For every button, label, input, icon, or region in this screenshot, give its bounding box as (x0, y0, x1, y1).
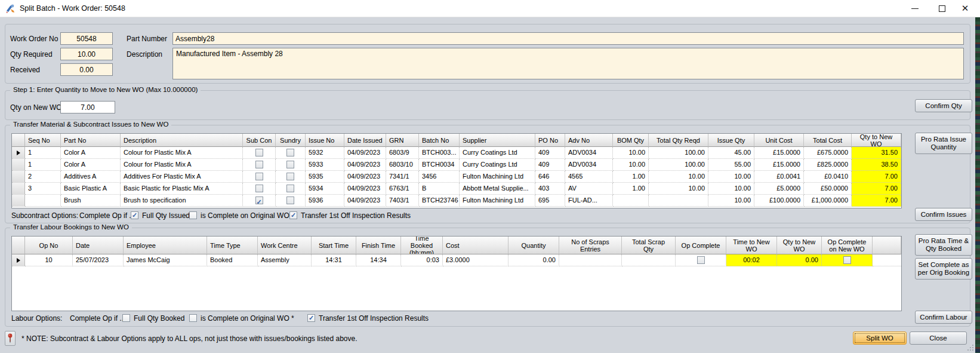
cell-bom-qty[interactable]: 10.00 (613, 159, 649, 171)
cell-qty-to-new-wo[interactable]: 7.00 (852, 183, 901, 195)
cell-total-cost[interactable]: £1,000.0000 (804, 195, 852, 207)
cell-grn[interactable]: 6803/10 (386, 159, 419, 171)
column-header-quantity[interactable]: Quantity (509, 237, 559, 254)
cell-qty-to-new-wo[interactable]: 0.00 (777, 254, 822, 266)
sub-con-checkbox[interactable] (255, 161, 263, 168)
cell-total-cost[interactable]: £50.0000 (804, 183, 852, 195)
cell-grn[interactable]: 6763/1 (386, 183, 419, 195)
column-header-start-time[interactable]: Start Time (312, 237, 356, 254)
cell-seq-no[interactable] (25, 195, 61, 207)
cell-sub-con[interactable] (243, 183, 276, 195)
qty-on-new-wo-field[interactable] (60, 101, 115, 113)
column-header-unit-cost[interactable]: Unit Cost (754, 134, 804, 147)
column-header-date[interactable]: Date (73, 237, 124, 254)
cell-unit-cost[interactable]: £100.0000 (754, 195, 804, 207)
cell-part-no[interactable]: Color A (61, 147, 121, 159)
cell-unit-cost[interactable]: £15.0000 (754, 147, 804, 159)
cell-issue-qty[interactable]: 10.00 (708, 171, 754, 183)
column-header-op-complete[interactable]: Op Complete (676, 237, 726, 254)
cell-supplier[interactable]: Abbott Metal Supplie... (460, 183, 535, 195)
row-selector[interactable] (12, 254, 25, 266)
cell-time-to-new-wo[interactable]: 00:02 (726, 254, 777, 266)
pro-rata-time-qty-button[interactable]: Pro Rata Time & Qty Booked (915, 234, 972, 256)
cell-part-no[interactable]: Color A (61, 159, 121, 171)
confirm-labour-button[interactable]: Confirm Labour (915, 311, 972, 324)
cell-sundry[interactable] (276, 147, 306, 159)
cell-qty-to-new-wo[interactable]: 38.50 (852, 159, 901, 171)
close-button[interactable]: ✕ (955, 0, 975, 17)
cell-total-cost[interactable]: £675.0000 (804, 147, 852, 159)
cell-cost[interactable]: £3.0000 (443, 254, 509, 266)
cell-total-qty-reqd[interactable] (649, 195, 708, 207)
labour-transfer-1st-off-checkbox[interactable] (307, 314, 315, 322)
column-header-grn[interactable]: GRN (386, 134, 419, 147)
cell-supplier[interactable]: Fulton Machining Ltd (460, 195, 535, 207)
cell-date-issued[interactable]: 04/09/2023 (344, 159, 386, 171)
op-complete-on-new-wo-checkbox[interactable] (843, 256, 851, 264)
cell-issue-no[interactable]: 5932 (306, 147, 344, 159)
cell-po-no[interactable]: 409 (535, 159, 565, 171)
cell-bom-qty[interactable]: 1.00 (613, 183, 649, 195)
column-header-work-centre[interactable]: Work Centre (258, 237, 312, 254)
cell-sub-con[interactable] (243, 159, 276, 171)
cell-bom-qty[interactable]: 10.00 (613, 147, 649, 159)
column-header-issue-qty[interactable]: Issue Qty (708, 134, 754, 147)
part-number-field[interactable] (172, 32, 964, 45)
cell-bom-qty[interactable]: 1.00 (613, 171, 649, 183)
column-header-qty-to-new-wo[interactable]: Qty to New WO (852, 134, 901, 147)
cell-work-centre[interactable]: Assembly (258, 254, 312, 266)
row-selector[interactable] (12, 159, 25, 171)
cell-time-booked-hh-mm[interactable]: 0:03 (401, 254, 443, 266)
cell-total-qty-reqd[interactable]: 100.00 (649, 147, 708, 159)
cell-issue-no[interactable]: 5933 (306, 159, 344, 171)
sub-con-checkbox[interactable] (255, 173, 263, 180)
cell-batch-no[interactable]: B (419, 183, 460, 195)
cell-adv-no[interactable]: FUL-AD... (565, 195, 613, 207)
cell-no-of-scraps-entries[interactable] (559, 254, 622, 266)
column-header-po-no[interactable]: PO No (535, 134, 565, 147)
column-header-supplier[interactable]: Supplier (460, 134, 535, 147)
column-header-op-no[interactable]: Op No (25, 237, 73, 254)
cell-time-type[interactable]: Booked (207, 254, 258, 266)
cell-po-no[interactable]: 646 (535, 171, 565, 183)
cell-part-no[interactable]: Additives A (61, 171, 121, 183)
column-header-total-cost[interactable]: Total Cost (804, 134, 852, 147)
cell-start-time[interactable]: 14:31 (312, 254, 356, 266)
cell-total-qty-reqd[interactable]: 10.00 (649, 183, 708, 195)
row-selector[interactable] (12, 147, 25, 159)
cell-issue-qty[interactable]: 10.00 (708, 195, 754, 207)
sub-con-checkbox[interactable] (255, 185, 263, 192)
column-header-cost[interactable]: Cost (443, 237, 509, 254)
sundry-checkbox[interactable] (286, 161, 294, 168)
labour-is-complete-checkbox[interactable] (189, 314, 197, 322)
op-complete-checkbox[interactable] (697, 256, 705, 264)
cell-grn[interactable]: 7403/1 (386, 195, 419, 207)
column-header-sundry[interactable]: Sundry (276, 134, 306, 147)
cell-unit-cost[interactable]: £0.0041 (754, 171, 804, 183)
table-row[interactable]: BrushBrush to specification593604/09/202… (12, 195, 901, 207)
cell-adv-no[interactable]: ADV0034 (565, 147, 613, 159)
cell-qty-to-new-wo[interactable]: 7.00 (852, 195, 901, 207)
maximize-button[interactable] (932, 0, 952, 17)
column-header-batch-no[interactable]: Batch No (419, 134, 460, 147)
confirm-qty-button[interactable]: Confirm Qty (915, 99, 972, 112)
cell-po-no[interactable]: 695 (535, 195, 565, 207)
row-selector-header[interactable] (12, 237, 25, 254)
cell-issue-no[interactable]: 5935 (306, 171, 344, 183)
description-field[interactable]: Manufactured Item - Assembly 28 (172, 48, 964, 79)
set-complete-as-per-orig-button[interactable]: Set Complete as per Orig Booking (915, 258, 972, 280)
cell-date-issued[interactable]: 04/09/2023 (344, 147, 386, 159)
cell-unit-cost[interactable]: £15.0000 (754, 159, 804, 171)
column-header-date-issued[interactable]: Date Issued (344, 134, 386, 147)
split-wo-button[interactable]: Split WO (853, 331, 907, 345)
cell-qty-to-new-wo[interactable]: 31.50 (852, 147, 901, 159)
cell-issue-qty[interactable]: 10.00 (708, 183, 754, 195)
cell-po-no[interactable]: 409 (535, 147, 565, 159)
full-qty-booked-checkbox[interactable] (122, 314, 130, 322)
column-header-time-type[interactable]: Time Type (207, 237, 258, 254)
cell-supplier[interactable]: Fulton Machining Ltd (460, 171, 535, 183)
cell-seq-no[interactable]: 3 (25, 183, 61, 195)
material-is-complete-checkbox[interactable] (189, 211, 197, 219)
cell-date-issued[interactable]: 04/09/2023 (344, 183, 386, 195)
close-dialog-button[interactable]: Close (910, 331, 967, 345)
